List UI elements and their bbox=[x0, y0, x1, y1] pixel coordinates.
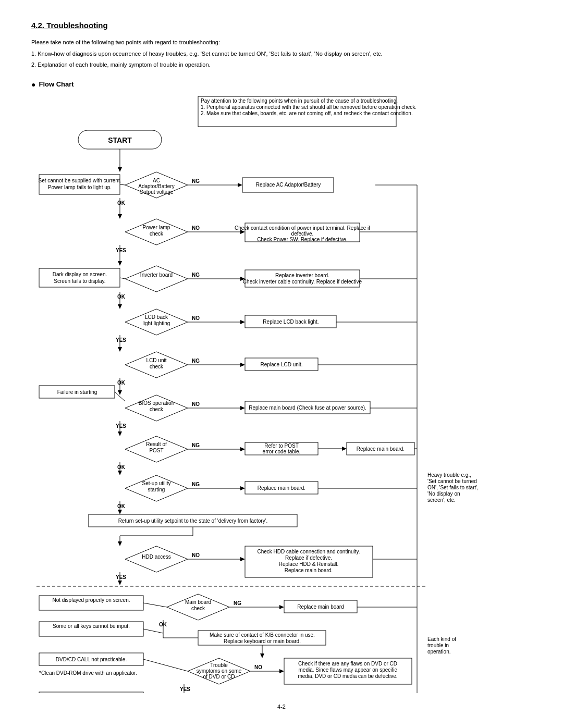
svg-text:ON', 'Set fails to start',: ON', 'Set fails to start', bbox=[427, 485, 479, 490]
svg-text:YES: YES bbox=[180, 686, 190, 692]
svg-text:Set cannot be supplied with cu: Set cannot be supplied with current. bbox=[39, 178, 121, 183]
svg-text:Replace main board.: Replace main board. bbox=[285, 567, 333, 573]
svg-text:Trouble: Trouble bbox=[210, 662, 228, 668]
svg-text:Replace main board.: Replace main board. bbox=[258, 485, 305, 491]
intro-text: Please take note of the following two po… bbox=[31, 38, 532, 70]
svg-text:error code table.: error code table. bbox=[263, 449, 301, 454]
svg-text:Screen fails to display.: Screen fails to display. bbox=[54, 278, 105, 284]
svg-text:Power lamp: Power lamp bbox=[143, 225, 170, 230]
svg-text:defective.: defective. bbox=[291, 231, 314, 237]
svg-text:Replace main board: Replace main board bbox=[297, 604, 344, 610]
svg-text:POST: POST bbox=[149, 448, 163, 453]
svg-text:'No display on: 'No display on bbox=[427, 491, 460, 497]
svg-text:trouble in: trouble in bbox=[427, 643, 449, 648]
svg-marker-19 bbox=[118, 214, 122, 219]
svg-text:Replace AC Adaptor/Battery: Replace AC Adaptor/Battery bbox=[256, 182, 321, 188]
svg-text:HDD access: HDD access bbox=[142, 554, 171, 560]
flow-chart-title: Flow Chart bbox=[31, 80, 532, 89]
svg-text:*Clean DVD-ROM drive with an a: *Clean DVD-ROM drive with an applicator. bbox=[39, 670, 137, 676]
svg-text:AC: AC bbox=[153, 178, 160, 183]
svg-text:light lighting: light lighting bbox=[143, 320, 170, 326]
svg-text:Not displayed properly on scre: Not displayed properly on screen. bbox=[53, 597, 130, 603]
section-title: 4.2. Troubleshooting bbox=[31, 21, 532, 30]
svg-text:Replace HDD & Reinstall.: Replace HDD & Reinstall. bbox=[279, 561, 339, 567]
svg-text:NG: NG bbox=[192, 178, 200, 184]
svg-text:NG: NG bbox=[234, 600, 241, 606]
svg-text:Failure in starting: Failure in starting bbox=[57, 389, 97, 395]
svg-text:Set-up utility: Set-up utility bbox=[142, 480, 170, 486]
svg-text:Replace inverter board.: Replace inverter board. bbox=[275, 273, 329, 278]
svg-text:NG: NG bbox=[192, 272, 200, 278]
svg-text:Replace keyboard or main board: Replace keyboard or main board. bbox=[224, 638, 301, 644]
svg-text:Replace main board.: Replace main board. bbox=[357, 446, 405, 452]
svg-text:symptoms on some: symptoms on some bbox=[197, 668, 242, 674]
svg-text:Return set-up utility setpoint: Return set-up utility setpoint to the st… bbox=[118, 518, 268, 524]
svg-text:2. Make sure that cables, boar: 2. Make sure that cables, boards, etc. a… bbox=[201, 110, 413, 116]
svg-text:NG: NG bbox=[192, 442, 200, 448]
svg-text:OK: OK bbox=[117, 464, 126, 470]
svg-text:media, DVD or CD media can be : media, DVD or CD media can be defective. bbox=[298, 673, 397, 679]
svg-text:NO: NO bbox=[192, 552, 200, 558]
svg-text:NO: NO bbox=[192, 315, 200, 321]
svg-text:screen', etc.: screen', etc. bbox=[427, 497, 456, 503]
svg-text:1. Peripheral apparatus connec: 1. Peripheral apparatus connected with t… bbox=[201, 104, 417, 110]
svg-marker-37 bbox=[125, 266, 188, 292]
flow-section: Flow Chart Pay attention to the followin… bbox=[31, 80, 532, 693]
svg-text:Adaptor/Battery: Adaptor/Battery bbox=[138, 183, 174, 189]
svg-marker-125 bbox=[118, 541, 122, 546]
svg-marker-68 bbox=[240, 363, 245, 367]
svg-text:Each kind of: Each kind of bbox=[427, 636, 456, 642]
svg-text:Some or all keys cannot be inp: Some or all keys cannot be input. bbox=[53, 623, 130, 629]
svg-marker-169 bbox=[279, 669, 284, 673]
svg-text:NG: NG bbox=[192, 482, 200, 487]
svg-text:Replace main board (Check fuse: Replace main board (Check fuse at power … bbox=[249, 405, 366, 411]
svg-text:Make sure of contact of K/B co: Make sure of contact of K/B connector in… bbox=[210, 632, 315, 638]
svg-text:NO: NO bbox=[192, 225, 200, 231]
svg-text:Main board: Main board bbox=[185, 599, 211, 605]
page-number: 4-2 bbox=[31, 704, 532, 710]
svg-text:Inverter board: Inverter board bbox=[140, 272, 173, 278]
svg-text:Heavy trouble e.g.,: Heavy trouble e.g., bbox=[427, 472, 471, 478]
svg-text:Check HDD cable connection and: Check HDD cable connection and continuit… bbox=[257, 549, 360, 554]
svg-line-155 bbox=[143, 629, 163, 633]
svg-line-51 bbox=[120, 278, 125, 279]
svg-text:check: check bbox=[150, 364, 164, 369]
svg-marker-93 bbox=[240, 447, 245, 451]
svg-text:Power lamp fails to light up.: Power lamp fails to light up. bbox=[48, 184, 112, 190]
svg-text:Check if there are any flaws o: Check if there are any flaws on DVD or C… bbox=[298, 661, 397, 667]
svg-marker-47 bbox=[118, 304, 122, 309]
svg-text:Refer to POST: Refer to POST bbox=[264, 443, 299, 449]
svg-rect-183 bbox=[39, 692, 143, 693]
svg-text:Output voltage: Output voltage bbox=[139, 189, 173, 195]
svg-text:starting: starting bbox=[148, 487, 165, 492]
svg-text:of DVD or CD: of DVD or CD bbox=[203, 674, 235, 680]
svg-text:YES: YES bbox=[116, 248, 126, 253]
svg-text:NG: NG bbox=[192, 358, 200, 364]
svg-text:LCD unit: LCD unit bbox=[146, 357, 167, 363]
svg-text:DVD/CD CALL not practicable.: DVD/CD CALL not practicable. bbox=[56, 657, 127, 662]
svg-text:'Set cannot be turned: 'Set cannot be turned bbox=[427, 478, 477, 484]
svg-marker-98 bbox=[342, 447, 347, 451]
svg-marker-73 bbox=[118, 390, 122, 395]
svg-text:check: check bbox=[150, 406, 164, 412]
svg-text:YES: YES bbox=[116, 337, 126, 343]
svg-marker-162 bbox=[260, 653, 264, 658]
svg-text:check: check bbox=[150, 231, 164, 237]
svg-text:Check inverter cable continuit: Check inverter cable continuity. Replace… bbox=[243, 279, 362, 285]
svg-marker-119 bbox=[118, 510, 122, 514]
flowchart: Pay attention to the following points wh… bbox=[36, 94, 527, 693]
svg-text:NO: NO bbox=[254, 664, 262, 670]
svg-marker-145 bbox=[279, 605, 284, 609]
svg-text:media. Since flaws may appear : media. Since flaws may appear on specifi… bbox=[299, 667, 397, 673]
svg-text:OK: OK bbox=[117, 200, 126, 206]
svg-text:OK: OK bbox=[117, 503, 126, 509]
svg-text:YES: YES bbox=[116, 574, 126, 580]
svg-marker-82 bbox=[240, 406, 245, 410]
svg-text:Replace LCD unit.: Replace LCD unit. bbox=[260, 362, 302, 367]
svg-marker-87 bbox=[118, 431, 122, 436]
svg-marker-62 bbox=[118, 347, 122, 352]
svg-line-23 bbox=[120, 184, 125, 185]
svg-text:Check Power SW. Replace if def: Check Power SW. Replace if defective. bbox=[257, 237, 347, 242]
svg-marker-14 bbox=[238, 183, 242, 187]
svg-marker-130 bbox=[240, 557, 245, 561]
